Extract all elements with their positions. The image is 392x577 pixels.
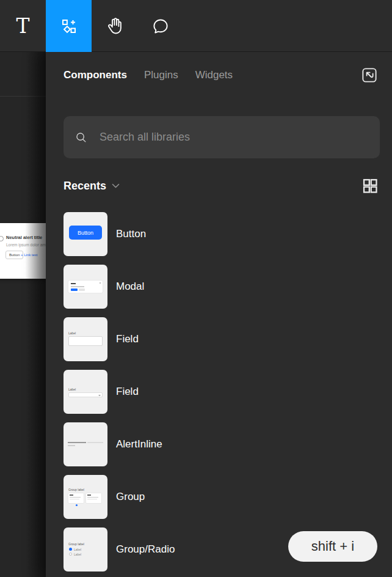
thumbnail-group: Group label bbox=[64, 475, 107, 519]
comment-tool-button[interactable] bbox=[137, 0, 183, 52]
alert-title: Neutral alert title bbox=[6, 235, 42, 240]
panel-tabs: Components Plugins Widgets bbox=[64, 52, 380, 98]
list-item-field[interactable]: Label Field bbox=[64, 317, 380, 361]
section-header: Recents bbox=[64, 177, 380, 194]
list-item-group[interactable]: Group label Group bbox=[64, 475, 380, 519]
grid-view-icon bbox=[361, 177, 379, 194]
tab-widgets[interactable]: Widgets bbox=[195, 69, 233, 81]
popout-icon bbox=[360, 66, 379, 84]
thumb-select-preview bbox=[68, 392, 103, 397]
canvas: Neutral alert title Lorem ipsum dolor am… bbox=[0, 52, 46, 577]
item-label: Field bbox=[116, 386, 139, 398]
thumbnail-field-select: Label bbox=[64, 370, 107, 414]
item-label: Field bbox=[116, 333, 139, 345]
hand-icon bbox=[105, 17, 125, 36]
grid-view-toggle[interactable] bbox=[361, 177, 379, 197]
alert-link[interactable]: + Link text bbox=[21, 253, 38, 257]
recents-dropdown[interactable]: Recents bbox=[64, 180, 120, 193]
search-bar[interactable] bbox=[64, 116, 380, 158]
components-tool-button[interactable] bbox=[46, 0, 92, 52]
shortcut-hint-badge: shift + i bbox=[288, 531, 377, 562]
list-item-button[interactable]: Button Button bbox=[64, 212, 380, 256]
item-label: AlertInline bbox=[116, 438, 162, 450]
thumbnail-field-input: Label bbox=[64, 317, 107, 361]
thumb-input-preview bbox=[68, 336, 103, 346]
component-list: Button Button Modal Label Field Label bbox=[64, 212, 380, 571]
popout-button[interactable] bbox=[359, 65, 380, 86]
item-label: Modal bbox=[116, 281, 144, 293]
comment-icon bbox=[151, 17, 170, 35]
thumbnail-alertinline bbox=[64, 422, 107, 466]
thumb-button-preview: Button bbox=[69, 226, 102, 240]
toolbar: T bbox=[0, 0, 392, 52]
text-tool-icon: T bbox=[16, 16, 29, 36]
tab-plugins[interactable]: Plugins bbox=[144, 69, 178, 81]
shortcut-hint-text: shift + i bbox=[311, 538, 354, 554]
text-tool-button[interactable]: T bbox=[0, 0, 46, 52]
canvas-gridline bbox=[0, 96, 46, 97]
components-panel: Components Plugins Widgets Recents bbox=[46, 52, 392, 577]
item-label: Group/Radio bbox=[116, 543, 175, 556]
item-label: Group bbox=[116, 491, 145, 503]
radio-unselected-preview bbox=[69, 553, 72, 556]
search-icon bbox=[74, 130, 88, 145]
info-icon bbox=[0, 236, 4, 241]
thumb-modal-preview bbox=[68, 281, 103, 293]
search-input[interactable] bbox=[100, 131, 369, 144]
hand-tool-button[interactable] bbox=[92, 0, 137, 52]
components-icon bbox=[60, 17, 78, 35]
list-item-alertinline[interactable]: AlertInline bbox=[64, 422, 380, 466]
recents-label: Recents bbox=[64, 180, 106, 193]
item-label: Button bbox=[116, 228, 146, 240]
list-item-field-2[interactable]: Label Field bbox=[64, 370, 380, 414]
canvas-alert-card[interactable]: Neutral alert title Lorem ipsum dolor am… bbox=[0, 223, 46, 279]
tab-components[interactable]: Components bbox=[64, 69, 127, 81]
radio-selected-preview bbox=[69, 548, 72, 551]
chevron-down-icon bbox=[112, 183, 120, 189]
alert-body: Lorem ipsum dolor amet conse bbox=[6, 243, 46, 247]
thumbnail-group-radio: Group label Label Label bbox=[64, 527, 107, 571]
list-item-modal[interactable]: Modal bbox=[64, 265, 380, 309]
thumbnail-button: Button bbox=[64, 212, 107, 256]
thumbnail-modal bbox=[64, 265, 107, 309]
